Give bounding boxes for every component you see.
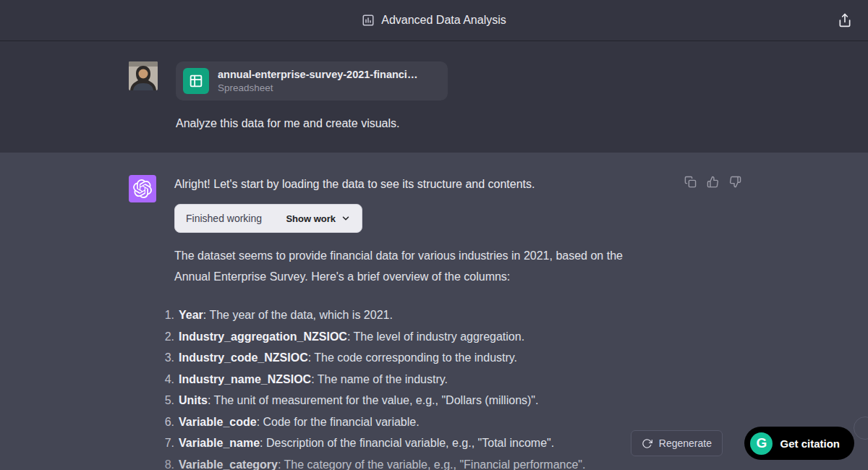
list-item: Industry_name_NZSIOC: The name of the in… [179, 369, 681, 390]
file-name: annual-enterprise-survey-2021-financi… [218, 69, 417, 80]
file-meta: annual-enterprise-survey-2021-financi… S… [218, 69, 417, 93]
openai-logo-icon [133, 179, 152, 198]
assistant-overview-text: The dataset seems to provide financial d… [174, 246, 650, 287]
show-work-label: Show work [286, 213, 336, 224]
list-item: Industry_aggregation_NZSIOC: The level o… [179, 327, 681, 347]
get-citation-label: Get citation [780, 437, 840, 450]
grammarly-g-icon: G [750, 432, 773, 455]
status-label: Finished working [186, 213, 262, 224]
copy-button[interactable] [684, 176, 697, 188]
share-icon [838, 13, 852, 27]
assistant-intro-text: Alright! Let's start by loading the data… [174, 174, 681, 195]
thumbs-up-icon [707, 176, 719, 188]
regenerate-label: Regenerate [659, 437, 712, 449]
copy-icon [684, 176, 697, 188]
file-attachment-card[interactable]: annual-enterprise-survey-2021-financi… S… [176, 61, 448, 101]
user-avatar [129, 61, 158, 90]
chevron-down-icon [341, 213, 351, 223]
thumbs-down-button[interactable] [729, 176, 741, 188]
regenerate-button[interactable]: Regenerate [631, 430, 723, 456]
list-item: Industry_code_NZSIOC: The code correspon… [179, 348, 681, 368]
share-button[interactable] [835, 10, 855, 30]
column-list: Year: The year of the data, which is 202… [179, 305, 681, 470]
show-work-action: Show work [286, 213, 351, 224]
message-actions [684, 176, 741, 188]
list-item: Variable_code: Code for the financial va… [179, 412, 681, 432]
list-item: Variable_category: The category of the v… [179, 455, 681, 470]
refresh-icon [642, 438, 652, 449]
user-message-text: Analyze this data for me and create visu… [176, 115, 448, 132]
list-item: Year: The year of the data, which is 202… [179, 305, 681, 325]
file-type: Spreadsheet [218, 82, 417, 93]
list-item: Variable_name: Description of the financ… [179, 433, 681, 453]
page-title-label: Advanced Data Analysis [381, 14, 506, 27]
spreadsheet-icon [183, 68, 209, 94]
advanced-data-analysis-icon [362, 14, 375, 27]
get-citation-button[interactable]: G Get citation [744, 427, 854, 460]
top-bar: Advanced Data Analysis [0, 0, 868, 41]
user-message-row: annual-enterprise-survey-2021-financi… S… [0, 41, 868, 153]
assistant-message-row: Alright! Let's start by loading the data… [0, 153, 868, 470]
list-item: Units: The unit of measurement for the v… [179, 390, 681, 411]
thumbs-down-icon [729, 176, 741, 188]
page-title: Advanced Data Analysis [362, 14, 506, 27]
thumbs-up-button[interactable] [707, 176, 719, 188]
finished-working-toggle[interactable]: Finished working Show work [174, 204, 362, 233]
assistant-avatar [129, 175, 156, 202]
